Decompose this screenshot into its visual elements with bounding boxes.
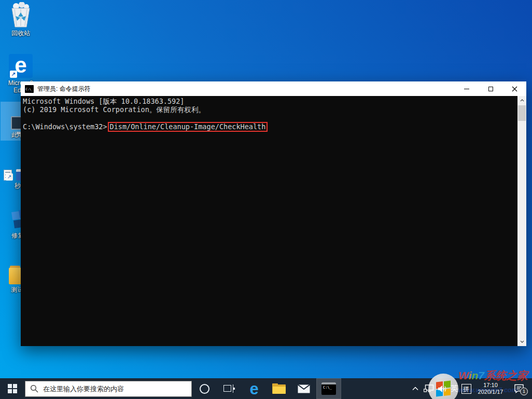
volume-button[interactable] bbox=[436, 378, 449, 399]
console-line-copyright: (c) 2019 Microsoft Corporation。保留所有权利。 bbox=[23, 105, 515, 114]
edge-icon: e bbox=[249, 381, 258, 397]
mail-button[interactable] bbox=[291, 378, 316, 399]
notification-badge: 1 bbox=[520, 388, 528, 395]
console-prompt: C:\Windows\system32> bbox=[23, 122, 107, 131]
cortana-button[interactable] bbox=[192, 378, 217, 399]
clock-button[interactable]: 17:10 2020/1/17 bbox=[473, 378, 508, 399]
window-title: 管理员: 命令提示符 bbox=[37, 85, 455, 93]
tray-overflow-button[interactable] bbox=[409, 378, 422, 399]
clock-date: 2020/1/17 bbox=[478, 389, 503, 395]
scroll-up-icon[interactable] bbox=[517, 96, 526, 105]
task-view-icon bbox=[223, 384, 235, 393]
titlebar[interactable]: C:\_ 管理员: 命令提示符 bbox=[21, 81, 526, 96]
ime-pinyin-icon: 拼 bbox=[461, 384, 471, 394]
cortana-icon bbox=[200, 384, 209, 394]
desktop-icon-recycle-bin[interactable]: 回收站 bbox=[1, 2, 41, 37]
search-icon bbox=[30, 384, 38, 393]
console-command-highlighted: Dism/Online/Cleanup-Image/CheckHealth bbox=[108, 122, 268, 132]
clock-time: 17:10 bbox=[483, 382, 498, 389]
desktop-icon-label: 回收站 bbox=[1, 30, 41, 37]
cmd-icon: C:\_ bbox=[321, 382, 336, 395]
minimize-button[interactable] bbox=[455, 81, 479, 96]
shortcut-arrow-icon: ↗ bbox=[10, 71, 17, 78]
taskbar-search[interactable] bbox=[25, 381, 192, 397]
ime-pinyin-button[interactable]: 拼 bbox=[459, 378, 473, 399]
mail-icon bbox=[298, 384, 310, 393]
network-icon bbox=[424, 384, 434, 393]
windows-logo-icon bbox=[8, 384, 17, 393]
maximize-icon bbox=[488, 87, 493, 91]
start-button[interactable] bbox=[0, 378, 25, 399]
console-output[interactable]: Microsoft Windows [版本 10.0.18363.592] (c… bbox=[21, 96, 526, 346]
cmd-taskbar-button[interactable]: C:\_ bbox=[316, 378, 341, 399]
cmd-title-icon: C:\_ bbox=[25, 85, 34, 93]
console-line-version: Microsoft Windows [版本 10.0.18363.592] bbox=[23, 97, 515, 105]
console-prompt-line: C:\Windows\system32>Dism/Online/Cleanup-… bbox=[23, 122, 515, 132]
search-input[interactable] bbox=[43, 385, 187, 393]
edge-taskbar-button[interactable]: e bbox=[242, 378, 267, 399]
task-view-button[interactable] bbox=[217, 378, 242, 399]
network-button[interactable] bbox=[422, 378, 436, 399]
scrollbar-thumb[interactable] bbox=[518, 105, 526, 121]
recycle-bin-icon bbox=[1, 2, 41, 28]
file-explorer-button[interactable] bbox=[267, 378, 291, 399]
minimize-icon bbox=[464, 89, 469, 89]
scroll-down-icon[interactable] bbox=[517, 337, 526, 346]
console-line-blank bbox=[23, 114, 515, 122]
close-button[interactable] bbox=[502, 81, 526, 96]
ime-language-button[interactable]: 英 bbox=[449, 378, 459, 399]
file-explorer-icon bbox=[272, 383, 286, 394]
chevron-up-icon bbox=[412, 387, 418, 391]
close-icon bbox=[512, 86, 517, 92]
maximize-button[interactable] bbox=[479, 81, 502, 96]
edge-icon: e ↗ bbox=[9, 54, 33, 78]
shortcut-arrow-icon: ↗ bbox=[6, 173, 13, 181]
taskbar: e C:\_ bbox=[0, 378, 532, 399]
console-scrollbar[interactable] bbox=[517, 96, 526, 346]
cmd-window: C:\_ 管理员: 命令提示符 Microsoft Windows [版本 10… bbox=[21, 81, 526, 346]
notification-center-button[interactable]: 1 bbox=[508, 378, 530, 399]
system-tray: 英 拼 17:10 2020/1/17 1 bbox=[409, 378, 532, 399]
speaker-icon bbox=[438, 385, 447, 393]
